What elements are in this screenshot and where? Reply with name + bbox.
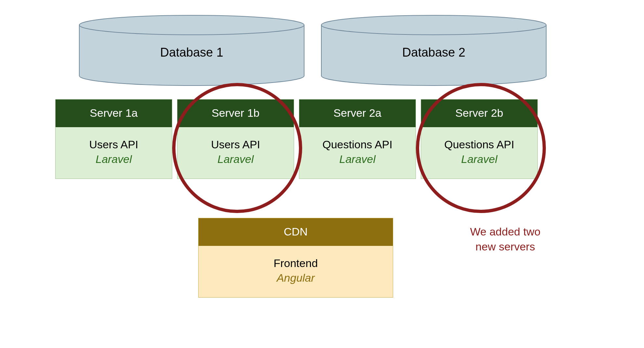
highlight-circle-1 bbox=[172, 83, 302, 213]
highlight-circle-2 bbox=[416, 83, 546, 213]
architecture-diagram: Database 1 Database 2 Server 1a Users AP… bbox=[0, 0, 644, 348]
server-1a-tech: Laravel bbox=[56, 153, 172, 166]
database-1: Database 1 bbox=[78, 15, 305, 86]
cdn-tech: Angular bbox=[199, 272, 393, 284]
annotation-text: We added two new servers bbox=[453, 224, 557, 254]
annotation-line-1: We added two bbox=[453, 224, 557, 239]
server-2a: Server 2a Questions API Laravel bbox=[299, 99, 416, 179]
server-1a-header: Server 1a bbox=[56, 100, 172, 127]
server-1a: Server 1a Users API Laravel bbox=[55, 99, 172, 179]
cdn-box: CDN Frontend Angular bbox=[198, 218, 393, 298]
svg-point-4 bbox=[79, 15, 304, 35]
svg-point-9 bbox=[321, 15, 546, 35]
server-2a-api: Questions API bbox=[299, 138, 416, 151]
database-2: Database 2 bbox=[320, 15, 547, 86]
server-1a-api: Users API bbox=[56, 138, 172, 151]
server-2a-header: Server 2a bbox=[299, 100, 416, 127]
server-2a-tech: Laravel bbox=[299, 153, 416, 166]
annotation-line-2: new servers bbox=[453, 239, 557, 254]
cdn-header: CDN bbox=[199, 218, 393, 246]
cdn-api: Frontend bbox=[199, 257, 393, 270]
database-2-label: Database 2 bbox=[320, 46, 547, 60]
database-1-label: Database 1 bbox=[78, 46, 305, 60]
